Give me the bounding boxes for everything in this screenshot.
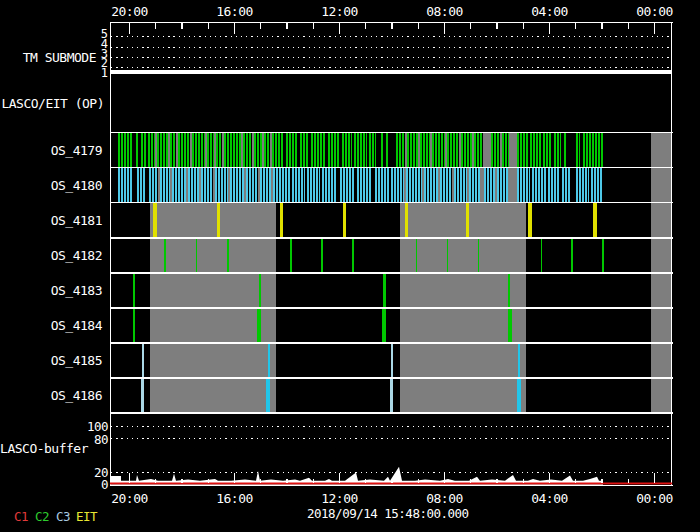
bottom-minor-tick [181,479,182,484]
timeline-chart: TM SUBMODE LASCO/EIT (OP) OS_4179 OS_418… [0,0,700,532]
bottom-minor-tick [496,479,497,484]
bottom-minor-tick [260,479,261,484]
bottom-minor-tick [286,479,287,484]
bottom-minor-tick [418,479,419,484]
bottom-minor-tick [365,479,366,484]
bottom-major-tick [129,473,130,484]
legend-c1: C1 [14,509,28,524]
bottom-minor-tick [391,479,392,484]
bottom-minor-tick [601,479,602,484]
bottom-minor-tick [208,479,209,484]
bottom-axis-label: 08:00 [415,491,475,506]
bottom-minor-tick [575,479,576,484]
bottom-axis-label: 12:00 [310,491,370,506]
bottom-major-tick [654,473,655,484]
bottom-minor-tick [470,479,471,484]
bottom-major-tick [549,473,550,484]
bottom-axis-line [110,485,674,486]
bottom-minor-tick [313,479,314,484]
bottom-axis-label: 20:00 [100,491,160,506]
bottom-minor-tick [628,479,629,484]
bottom-minor-tick [523,479,524,484]
bottom-minor-tick [155,479,156,484]
bottom-axis-label: 00:00 [625,491,685,506]
bottom-major-tick [234,473,235,484]
buffer-usage-plot [0,0,700,532]
legend-c2: C2 [35,509,49,524]
legend-eit: EIT [76,509,97,524]
bottom-axis-label: 04:00 [520,491,580,506]
buffer-usage-area [110,467,603,485]
bottom-major-tick [444,473,445,484]
bottom-axis-label: 16:00 [205,491,265,506]
legend-c3: C3 [56,509,70,524]
bottom-major-tick [339,473,340,484]
